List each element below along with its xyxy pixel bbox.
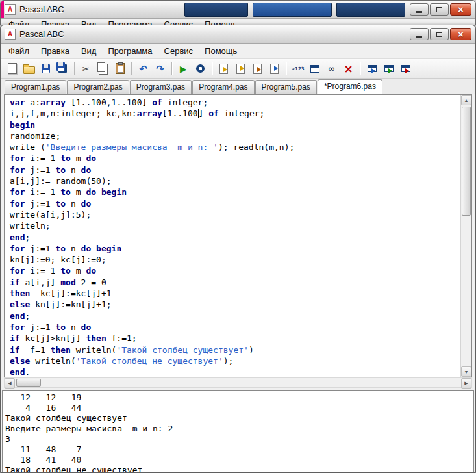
- terminate-program-button[interactable]: ×: [340, 61, 357, 77]
- code-line[interactable]: then kc[j]:=kc[j]+1: [10, 288, 460, 299]
- open-file-button[interactable]: [21, 61, 37, 77]
- code-line[interactable]: randomize;: [10, 131, 460, 142]
- format-numbers-button[interactable]: >123: [290, 61, 306, 77]
- run-button[interactable]: ▶: [175, 61, 192, 77]
- output-panel[interactable]: 12 12 19 4 16 44Такой столбец существует…: [2, 390, 474, 472]
- save-file-button[interactable]: [38, 61, 54, 77]
- back-menu-edit[interactable]: Правка: [36, 19, 75, 25]
- toggle-debug-window-button[interactable]: [364, 61, 380, 77]
- menu-program[interactable]: Программа: [103, 44, 157, 58]
- code-line[interactable]: end;: [10, 232, 460, 243]
- toggle-locals-window-button[interactable]: [381, 61, 397, 77]
- scroll-right-button[interactable]: [461, 378, 471, 389]
- maximize-button[interactable]: [430, 3, 449, 16]
- tab-program2[interactable]: Program2.pas: [67, 80, 129, 94]
- code-token: n: [66, 165, 81, 175]
- step-out-button[interactable]: [249, 61, 266, 77]
- code-line[interactable]: else writeln('Такой столбец не существуе…: [10, 355, 460, 366]
- step-into-button[interactable]: [216, 61, 232, 77]
- window-titlebar[interactable]: Pascal ABC: [1, 25, 475, 44]
- menu-bar: ФайлПравкаВидПрограммаСервисПомощь: [1, 44, 475, 59]
- step-over-button[interactable]: [232, 61, 249, 77]
- code-line[interactable]: writeln;: [10, 220, 460, 231]
- close-button[interactable]: [450, 28, 471, 40]
- undo-button[interactable]: ↶: [135, 61, 151, 77]
- code-line[interactable]: else kn[j]:=kn[j]+1;: [10, 299, 460, 310]
- back-menu-file[interactable]: Файл: [3, 19, 34, 25]
- vertical-scroll-track[interactable]: [461, 105, 471, 366]
- paste-button[interactable]: [112, 61, 128, 77]
- code-line[interactable]: end;: [10, 311, 460, 322]
- new-file-button[interactable]: [4, 61, 20, 77]
- code-line[interactable]: for j:=1 to n do begin: [10, 243, 460, 254]
- undo-icon: ↶: [139, 63, 147, 75]
- code-token: do: [81, 165, 92, 175]
- cut-button[interactable]: ✂: [78, 61, 94, 77]
- code-line[interactable]: var a:array [1..100,1..100] of integer;: [10, 97, 460, 108]
- save-file-icon: [42, 64, 50, 73]
- stop-button[interactable]: [192, 61, 208, 77]
- horizontal-scrollbar[interactable]: [4, 377, 472, 388]
- code-editor[interactable]: var a:array [1..100,1..100] of integer;i…: [4, 94, 472, 377]
- tab-program1[interactable]: Program1.pas: [5, 80, 66, 94]
- redo-icon: ↷: [156, 63, 164, 75]
- vertical-scrollbar[interactable]: [460, 95, 471, 377]
- menu-view[interactable]: Вид: [76, 44, 102, 58]
- back-menu-service[interactable]: Сервис: [159, 19, 199, 25]
- save-all-button[interactable]: [55, 61, 71, 77]
- tab-program4[interactable]: Program4.pas: [192, 80, 254, 94]
- code-line[interactable]: for i:= 1 to m do: [10, 153, 460, 164]
- tab-program6[interactable]: *Program6.pas: [318, 79, 382, 94]
- code-line[interactable]: for j:=1 to n do: [10, 198, 460, 209]
- close-button[interactable]: [450, 3, 471, 16]
- scroll-left-button[interactable]: [5, 378, 15, 389]
- menu-help[interactable]: Помощь: [199, 44, 242, 58]
- code-token: a[i,j]:= random(50);: [10, 176, 112, 186]
- vertical-scroll-thumb[interactable]: [462, 107, 471, 216]
- copy-button[interactable]: [95, 61, 111, 77]
- output-line: 12 12 19: [5, 392, 471, 403]
- code-token: for: [10, 199, 25, 209]
- code-line[interactable]: if f=1 then writeln('Такой столбец сущес…: [10, 344, 460, 355]
- menu-file[interactable]: Файл: [3, 44, 34, 58]
- code-token: [91, 244, 96, 253]
- code-line[interactable]: for j:=1 to n do: [10, 322, 460, 333]
- code-line[interactable]: write ('Введите размеры масисва m и n: '…: [10, 142, 460, 153]
- code-line[interactable]: i,j,f,m,n:integer; kc,kn:array[1..100] o…: [10, 108, 460, 119]
- tab-program3[interactable]: Program3.pas: [130, 80, 192, 94]
- minimize-button[interactable]: [410, 28, 429, 40]
- code-lines[interactable]: var a:array [1..100,1..100] of integer;i…: [5, 95, 460, 377]
- run-to-cursor-button[interactable]: [266, 61, 282, 77]
- code-line[interactable]: for i:= 1 to m do: [10, 265, 460, 276]
- minimize-button[interactable]: [410, 3, 429, 16]
- back-menu-help[interactable]: Помощь: [199, 19, 242, 25]
- horizontal-scroll-thumb[interactable]: [16, 379, 41, 387]
- horizontal-scroll-track[interactable]: [15, 378, 461, 387]
- code-token: i:= 1: [25, 266, 60, 275]
- code-line[interactable]: write(a[i,j]:5);: [10, 209, 460, 220]
- output-window-button[interactable]: [307, 61, 323, 77]
- toggle-watch-window-button[interactable]: [397, 61, 414, 77]
- code-token: f:=1;: [106, 333, 137, 343]
- code-line[interactable]: for j:=1 to n do: [10, 164, 460, 175]
- scroll-up-button[interactable]: [461, 95, 471, 105]
- code-line[interactable]: if a[i,j] mod 2 = 0: [10, 277, 460, 288]
- watch-window-button[interactable]: ∞: [323, 61, 340, 77]
- code-line[interactable]: a[i,j]:= random(50);: [10, 175, 460, 186]
- code-line[interactable]: if kc[j]>kn[j] then f:=1;: [10, 333, 460, 344]
- code-line[interactable]: kn[j]:=0; kc[j]:=0;: [10, 254, 460, 265]
- code-line[interactable]: begin: [10, 120, 460, 131]
- menu-edit[interactable]: Правка: [36, 44, 75, 58]
- scroll-down-button[interactable]: [461, 366, 471, 377]
- code-line[interactable]: end.: [10, 366, 460, 377]
- maximize-button[interactable]: [430, 28, 449, 40]
- tab-program5[interactable]: Program5.pas: [255, 80, 317, 94]
- background-window-titlebar[interactable]: Pascal ABC: [1, 1, 475, 19]
- redo-button[interactable]: ↷: [152, 61, 168, 77]
- background-window-fragment: [253, 3, 332, 17]
- menu-service[interactable]: Сервис: [159, 44, 199, 58]
- code-line[interactable]: for i:= 1 to m do begin: [10, 186, 460, 198]
- back-menu-view[interactable]: Вид: [76, 19, 102, 25]
- back-menu-program[interactable]: Программа: [103, 19, 157, 25]
- run-icon: ▶: [180, 64, 187, 74]
